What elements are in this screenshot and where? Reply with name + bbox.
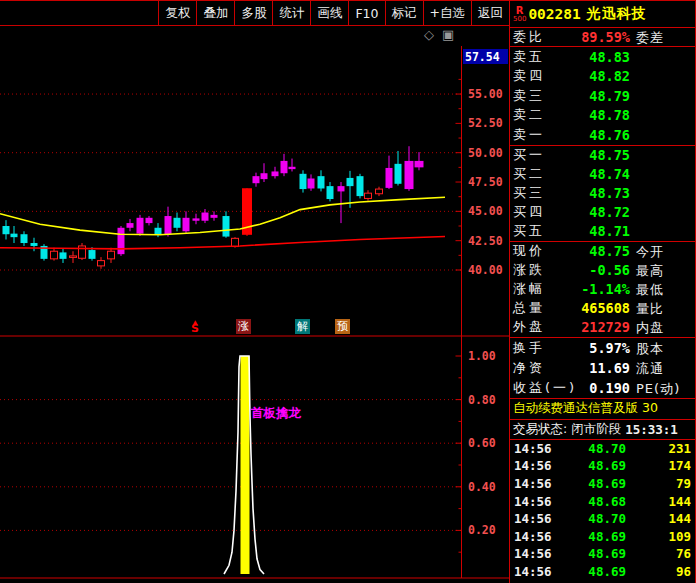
transaction-row: 14:5648.69174 bbox=[510, 457, 696, 475]
row-value: 48.82 bbox=[545, 68, 630, 84]
r500-badge: R 500 bbox=[513, 6, 526, 23]
txn-time: 14:56 bbox=[514, 511, 556, 526]
info-row: 总量465608量比 bbox=[510, 299, 696, 318]
row-value: 48.79 bbox=[545, 88, 630, 104]
candle-body bbox=[415, 161, 424, 167]
ma-line-red bbox=[0, 237, 445, 249]
info-row: 收益(一)0.190PE(动) bbox=[510, 378, 696, 398]
menu-button-overlay[interactable]: 叠加 bbox=[196, 1, 234, 25]
row-label: 收益(一) bbox=[513, 379, 577, 397]
row-value: 48.71 bbox=[545, 223, 630, 239]
candle-body bbox=[3, 226, 10, 234]
row-label: 买一 bbox=[513, 146, 545, 164]
candle-body bbox=[183, 218, 190, 231]
txn-time: 14:56 bbox=[514, 529, 556, 544]
market-status-row: 交易状态: 闭市阶段 15:33:1 bbox=[510, 420, 696, 439]
tick-transaction-list[interactable]: 14:5648.7023114:5648.6917414:5648.697914… bbox=[510, 440, 696, 581]
transaction-row: 14:5648.6979 bbox=[510, 475, 696, 493]
txn-price: 48.69 bbox=[556, 546, 626, 561]
txn-time: 14:56 bbox=[514, 546, 556, 561]
mid-badge-jie[interactable]: 解 bbox=[295, 319, 310, 334]
ad-banner[interactable]: 自动续费通达信普及版 30 bbox=[510, 399, 696, 419]
row-label: 现价 bbox=[513, 242, 545, 260]
candle-body bbox=[272, 171, 279, 176]
candle-body bbox=[347, 178, 354, 186]
row-value: 465608 bbox=[545, 300, 630, 316]
candle-body bbox=[211, 215, 218, 218]
candle-body bbox=[395, 164, 402, 184]
menu-button-statistics[interactable]: 统计 bbox=[272, 1, 310, 25]
axis-label: 0.60 bbox=[468, 436, 496, 450]
menu-button-draw-line[interactable]: 画线 bbox=[310, 1, 348, 25]
axis-label: 45.00 bbox=[468, 204, 503, 218]
txn-volume: 79 bbox=[626, 476, 696, 491]
money-signal-icon[interactable]: ▲ S bbox=[189, 319, 201, 335]
menu-button-adjust-rights[interactable]: 复权 bbox=[158, 1, 196, 25]
quote-panel: R 500 002281 光迅科技 委比 89.59% 委差 卖五48.83卖四… bbox=[509, 1, 696, 583]
txn-time: 14:56 bbox=[514, 476, 556, 491]
candle-body bbox=[376, 189, 383, 194]
bid-row-5: 买五48.71 bbox=[510, 222, 696, 241]
candle-body bbox=[308, 179, 315, 189]
ask-levels: 卖五48.83卖四48.82卖三48.79卖二48.78卖一48.76 bbox=[510, 47, 696, 145]
status-time: 15:33:1 bbox=[625, 422, 678, 437]
axis-label: 50.00 bbox=[468, 146, 503, 160]
candle-body bbox=[155, 228, 162, 234]
bid-row-2: 买二48.74 bbox=[510, 165, 696, 184]
row-label: 涨幅 bbox=[513, 280, 545, 298]
txn-volume: 144 bbox=[626, 494, 696, 509]
info-row: 外盘212729内盘 bbox=[510, 318, 696, 337]
axis-label: 1.00 bbox=[468, 349, 496, 363]
txn-time: 14:56 bbox=[514, 564, 556, 579]
txn-volume: 231 bbox=[626, 441, 696, 456]
txn-price: 48.69 bbox=[556, 476, 626, 491]
txn-price: 48.68 bbox=[556, 494, 626, 509]
transaction-row: 14:5648.69109 bbox=[510, 527, 696, 545]
menu-button-multi-stock[interactable]: 多股 bbox=[234, 1, 272, 25]
menu-button-f10[interactable]: F10 bbox=[348, 1, 384, 25]
ask-row-1: 卖一48.76 bbox=[510, 125, 696, 145]
bid-row-4: 买四48.72 bbox=[510, 203, 696, 222]
row-label: 卖二 bbox=[513, 106, 545, 124]
candle-body bbox=[60, 252, 67, 258]
indicator-name-label: 首板擒龙 bbox=[250, 405, 302, 420]
txn-time: 14:56 bbox=[514, 458, 556, 473]
row-label2: 今开 bbox=[636, 244, 664, 259]
transaction-row: 14:5648.68144 bbox=[510, 492, 696, 510]
row-label2: PE(动) bbox=[636, 381, 680, 396]
axis-label: 40.00 bbox=[468, 263, 503, 277]
candle-body bbox=[223, 216, 230, 237]
weibi-row: 委比 89.59% 委差 bbox=[510, 28, 696, 46]
kline-and-indicator-chart[interactable]: 55.0052.5050.0047.5045.0042.5040.0057.54… bbox=[0, 26, 509, 583]
stock-header: R 500 002281 光迅科技 bbox=[510, 1, 696, 27]
ask-row-5: 卖五48.83 bbox=[510, 47, 696, 67]
row-value: 212729 bbox=[545, 319, 630, 335]
candle-body bbox=[357, 176, 364, 196]
row-label: 外盘 bbox=[513, 318, 545, 336]
axis-label: 42.50 bbox=[468, 234, 503, 248]
menu-button-add-watchlist[interactable]: +自选 bbox=[423, 1, 471, 25]
stock-code: 002281 bbox=[528, 6, 580, 22]
mid-badge-zhang[interactable]: 涨 bbox=[236, 319, 251, 334]
row-label: 总量 bbox=[513, 299, 545, 317]
row-label2: 量比 bbox=[636, 301, 664, 316]
candle-body bbox=[386, 168, 393, 188]
txn-price: 48.69 bbox=[556, 529, 626, 544]
menu-button-back[interactable]: 返回 bbox=[471, 1, 509, 25]
signal-histogram-bar bbox=[241, 356, 250, 574]
row-label: 买五 bbox=[513, 222, 545, 240]
txn-price: 48.69 bbox=[556, 458, 626, 473]
stock-name: 光迅科技 bbox=[587, 5, 647, 23]
candle-body bbox=[51, 251, 58, 259]
row-label2: 流通 bbox=[636, 361, 664, 376]
txn-time: 14:56 bbox=[514, 494, 556, 509]
row-label2: 最高 bbox=[636, 263, 664, 278]
cursor-price-value: 57.54 bbox=[465, 50, 500, 64]
menu-button-mark[interactable]: 标记 bbox=[385, 1, 423, 25]
axis-label: 0.40 bbox=[468, 480, 496, 494]
candle-body bbox=[327, 186, 334, 199]
row-label: 卖一 bbox=[513, 126, 545, 144]
weibi-value: 89.59% bbox=[545, 29, 630, 45]
txn-price: 48.70 bbox=[556, 441, 626, 456]
mid-badge-yu[interactable]: 预 bbox=[335, 319, 350, 334]
